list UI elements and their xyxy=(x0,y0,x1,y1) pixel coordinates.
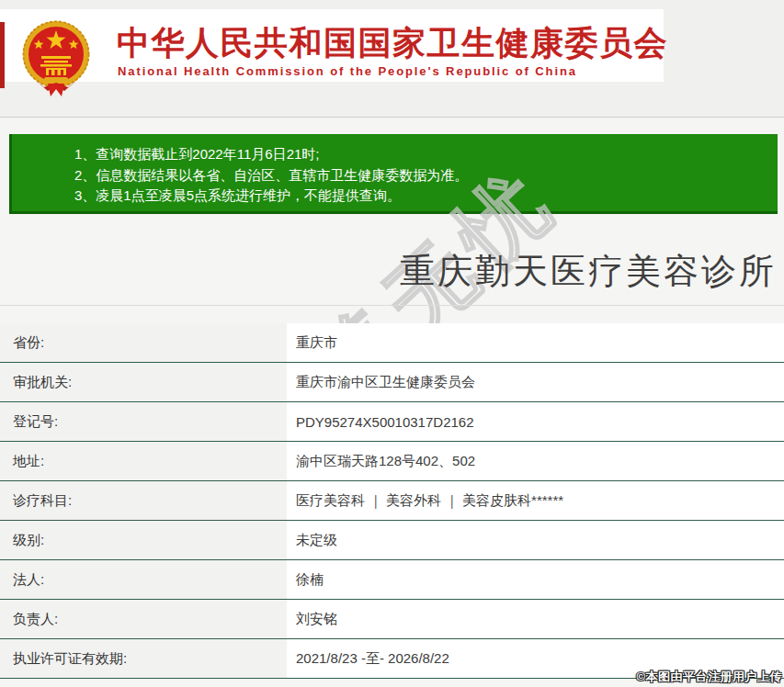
table-row-grade: 级别: 未定级 xyxy=(0,521,784,560)
page: 中华人民共和国国家卫生健康委员会 National Health Commiss… xyxy=(0,0,784,687)
field-label: 诊疗科目: xyxy=(0,481,287,520)
notice-line-2: 2、信息数据结果以各省、自治区、直辖市卫生健康委数据为准。 xyxy=(74,165,768,186)
field-value: 重庆市 xyxy=(287,323,784,362)
table-row-registration-number: 登记号: PDY95274X50010317D2162 xyxy=(0,402,784,442)
notice-line-1: 1、查询数据截止到2022年11月6日21时; xyxy=(74,144,768,165)
field-value: 医疗美容科 ｜ 美容外科 ｜ 美容皮肤科****** xyxy=(287,481,784,520)
site-header: 中华人民共和国国家卫生健康委员会 National Health Commiss… xyxy=(0,9,664,82)
site-title-en: National Health Commission of the People… xyxy=(118,64,577,78)
table-row-person-in-charge: 负责人: 刘安铭 xyxy=(0,600,784,639)
field-label: 负责人: xyxy=(0,600,287,638)
table-row-province: 省份: 重庆市 xyxy=(0,323,784,363)
field-value: 重庆市渝中区卫生健康委员会 xyxy=(287,363,784,401)
field-label: 审批机关: xyxy=(0,363,287,401)
left-red-stripe xyxy=(0,22,5,88)
field-value: 渝中区瑞天路128号402、502 xyxy=(287,442,784,480)
notice-box: 1、查询数据截止到2022年11月6日21时; 2、信息数据结果以各省、自治区、… xyxy=(9,134,778,214)
field-label: 省份: xyxy=(0,323,287,362)
table-row-approval-authority: 审批机关: 重庆市渝中区卫生健康委员会 xyxy=(0,363,784,402)
site-title-cn: 中华人民共和国国家卫生健康委员会 xyxy=(117,21,668,66)
field-value: 刘安铭 xyxy=(287,600,784,638)
notice-line-3: 3、凌晨1点至凌晨5点系统进行维护，不能提供查询。 xyxy=(74,186,768,207)
national-emblem-icon xyxy=(7,19,105,96)
institution-name-title: 重庆勤天医疗美容诊所 xyxy=(400,248,777,295)
field-label: 登记号: xyxy=(0,402,287,441)
divider xyxy=(0,305,784,306)
table-row-clinical-departments: 诊疗科目: 医疗美容科 ｜ 美容外科 ｜ 美容皮肤科****** xyxy=(0,481,784,521)
table-row-address: 地址: 渝中区瑞天路128号402、502 xyxy=(0,442,784,481)
institution-detail-table: 省份: 重庆市 审批机关: 重庆市渝中区卫生健康委员会 登记号: PDY9527… xyxy=(0,323,784,679)
field-label: 法人: xyxy=(0,560,287,599)
field-value: PDY95274X50010317D2162 xyxy=(287,402,784,441)
upload-credit-watermark: ©本图由平台注册用户上传 xyxy=(636,669,782,685)
field-value: 徐楠 xyxy=(287,560,784,599)
table-row-legal-person: 法人: 徐楠 xyxy=(0,560,784,600)
field-label: 级别: xyxy=(0,521,287,559)
field-value: 未定级 xyxy=(287,521,784,559)
field-label: 执业许可证有效期: xyxy=(0,639,287,678)
field-label: 地址: xyxy=(0,442,287,480)
